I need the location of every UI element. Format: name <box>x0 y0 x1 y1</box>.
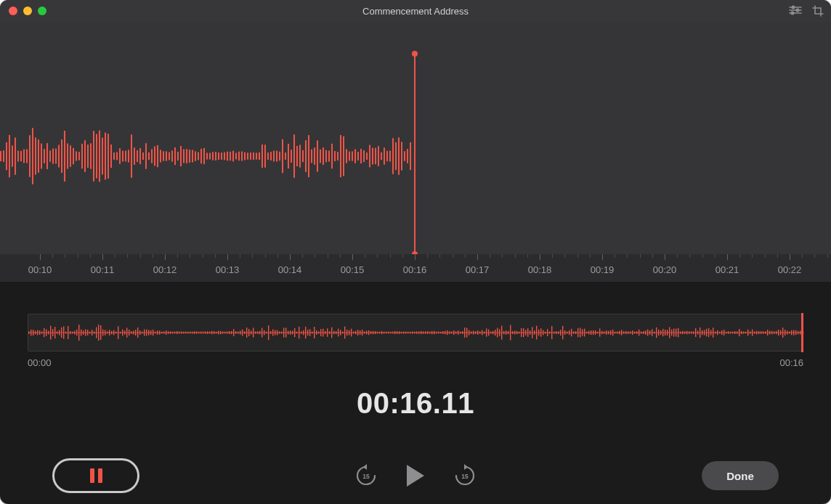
svg-rect-47 <box>119 148 121 164</box>
svg-rect-28 <box>64 131 65 182</box>
svg-rect-34 <box>81 144 83 168</box>
svg-rect-94 <box>256 153 257 159</box>
svg-rect-81 <box>218 153 219 160</box>
settings-icon[interactable] <box>789 5 802 17</box>
pause-button[interactable] <box>52 458 139 493</box>
svg-rect-128 <box>354 149 356 163</box>
ruler-label: 00:18 <box>528 264 552 275</box>
svg-rect-57 <box>148 153 150 160</box>
svg-rect-138 <box>384 147 385 164</box>
svg-rect-117 <box>323 147 324 165</box>
svg-rect-113 <box>311 150 312 163</box>
ruler-label: 00:11 <box>91 264 115 275</box>
svg-rect-58 <box>151 149 153 163</box>
svg-rect-38 <box>93 131 94 182</box>
svg-rect-109 <box>299 145 301 167</box>
svg-rect-73 <box>195 151 196 160</box>
svg-rect-131 <box>363 150 365 162</box>
svg-rect-55 <box>142 153 144 160</box>
done-button[interactable]: Done <box>702 461 779 490</box>
trim-icon[interactable] <box>812 5 824 17</box>
svg-rect-72 <box>192 150 193 162</box>
svg-rect-69 <box>183 149 185 163</box>
svg-rect-116 <box>320 150 321 163</box>
ruler-label: 00:19 <box>591 264 615 275</box>
play-button[interactable] <box>405 463 426 488</box>
svg-rect-88 <box>238 152 240 161</box>
svg-rect-71 <box>189 150 190 163</box>
svg-rect-8 <box>6 142 7 170</box>
svg-rect-45 <box>113 153 115 160</box>
voice-memos-window: Commencement Address <box>0 0 831 504</box>
svg-rect-95 <box>259 153 260 160</box>
svg-rect-12 <box>17 150 19 161</box>
svg-rect-123 <box>340 135 341 177</box>
svg-rect-139 <box>386 151 388 161</box>
svg-rect-137 <box>381 153 382 160</box>
svg-rect-99 <box>270 152 272 160</box>
svg-rect-14 <box>23 150 25 163</box>
ruler-label: 00:14 <box>278 264 302 275</box>
svg-rect-76 <box>203 148 205 164</box>
pause-icon <box>90 468 102 483</box>
svg-rect-21 <box>44 149 45 163</box>
window-title: Commencement Address <box>0 6 831 17</box>
svg-rect-62 <box>163 151 164 161</box>
svg-rect-142 <box>395 142 397 170</box>
svg-rect-120 <box>331 144 333 168</box>
svg-rect-41 <box>102 138 103 175</box>
svg-rect-51 <box>131 134 132 178</box>
svg-rect-118 <box>325 150 327 163</box>
svg-rect-77 <box>206 153 208 159</box>
ruler-label: 00:20 <box>653 264 677 275</box>
svg-rect-63 <box>166 151 167 160</box>
svg-rect-17 <box>32 128 33 184</box>
svg-rect-136 <box>378 146 379 166</box>
svg-rect-29 <box>67 143 68 168</box>
svg-rect-32 <box>76 151 77 160</box>
svg-rect-25 <box>55 149 57 164</box>
svg-rect-83 <box>224 153 225 160</box>
svg-rect-122 <box>337 152 339 160</box>
svg-rect-129 <box>357 152 359 160</box>
svg-rect-66 <box>174 147 176 165</box>
svg-rect-60 <box>157 145 158 167</box>
svg-rect-102 <box>279 152 280 161</box>
svg-rect-49 <box>125 151 126 162</box>
svg-rect-59 <box>154 147 155 166</box>
svg-rect-145 <box>404 151 405 161</box>
svg-rect-33 <box>78 152 80 160</box>
svg-rect-6 <box>0 151 1 161</box>
svg-rect-92 <box>250 153 251 160</box>
svg-rect-141 <box>392 138 394 174</box>
svg-rect-134 <box>372 147 373 164</box>
elapsed-time: 00:16.11 <box>0 387 831 420</box>
svg-rect-13 <box>20 151 22 161</box>
svg-rect-70 <box>186 149 187 163</box>
svg-rect-146 <box>407 149 408 163</box>
svg-rect-36 <box>87 145 89 168</box>
svg-rect-112 <box>308 135 309 177</box>
svg-rect-133 <box>369 145 370 168</box>
skip-back-button[interactable]: 15 <box>354 463 378 488</box>
svg-rect-46 <box>116 153 118 160</box>
svg-rect-130 <box>360 149 362 163</box>
overview-playhead[interactable] <box>801 313 803 352</box>
svg-rect-82 <box>221 153 222 160</box>
svg-rect-100 <box>273 151 275 162</box>
svg-rect-74 <box>198 153 199 160</box>
time-ruler[interactable]: 00:1000:1100:1200:1300:1400:1500:1600:17… <box>0 254 831 282</box>
svg-rect-98 <box>267 153 269 160</box>
waveform-main[interactable] <box>0 22 831 254</box>
svg-point-3 <box>792 6 794 8</box>
waveform-overview[interactable] <box>28 314 803 351</box>
svg-rect-75 <box>200 149 202 163</box>
svg-rect-90 <box>244 152 246 160</box>
skip-forward-button[interactable]: 15 <box>453 463 477 488</box>
svg-rect-23 <box>49 150 51 162</box>
svg-rect-61 <box>160 150 161 162</box>
svg-rect-124 <box>343 137 344 176</box>
svg-rect-127 <box>352 151 353 160</box>
svg-rect-52 <box>134 147 135 165</box>
svg-rect-101 <box>276 150 277 161</box>
